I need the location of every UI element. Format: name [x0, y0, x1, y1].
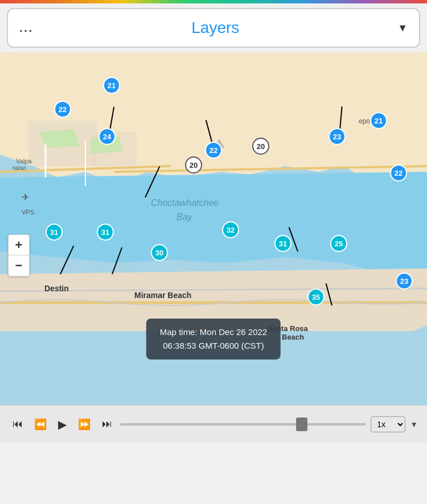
svg-text:✈: ✈	[22, 192, 29, 202]
svg-text:Destin: Destin	[44, 284, 69, 293]
marker-23-bottom: 23	[396, 272, 413, 290]
svg-text:Choctawhatchee: Choctawhatchee	[151, 198, 219, 208]
fast-forward-button[interactable]: ⏩	[75, 416, 94, 433]
chevron-down-icon[interactable]: ▼	[397, 22, 408, 34]
map-time-line2: 06:38:53 GMT-0600 (CST)	[160, 339, 267, 353]
svg-text:Bay: Bay	[176, 212, 193, 222]
marker-31-destin-left: 31	[46, 224, 63, 241]
marker-25: 25	[330, 235, 347, 252]
header-title: Layers	[191, 19, 239, 37]
marker-23-top: 23	[329, 128, 346, 145]
playback-controls: ⏮ ⏪ ▶ ⏩ ⏭ 1x 2x 0.5x ▼	[0, 405, 427, 443]
marker-21-right: 21	[370, 112, 387, 129]
marker-22-farright: 22	[390, 164, 407, 181]
map-time-display: Map time: Mon Dec 26 2022 06:38:53 GMT-0…	[146, 319, 281, 360]
marker-24: 24	[98, 128, 116, 145]
header-dots: ...	[19, 20, 33, 35]
marker-32: 32	[222, 221, 239, 238]
route-shield-20-left: 20	[185, 156, 202, 173]
speed-select[interactable]: 1x 2x 0.5x	[371, 416, 405, 432]
marker-35: 35	[307, 288, 325, 305]
play-button[interactable]: ▶	[55, 415, 70, 433]
zoom-in-button[interactable]: +	[9, 235, 29, 255]
marker-31-destin-right: 31	[97, 224, 114, 241]
map-time-line1: Map time: Mon Dec 26 2022	[160, 325, 267, 339]
marker-31-mid: 31	[274, 235, 291, 252]
map-container: Choctawhatchee Bay Valpa raiso VPS Desti…	[0, 52, 427, 405]
svg-text:Valpa: Valpa	[16, 158, 32, 164]
route-shield-20-right: 20	[252, 138, 269, 155]
svg-text:Beach: Beach	[282, 333, 304, 341]
layers-header: ... Layers ▼	[7, 8, 420, 48]
svg-text:Miramar Beach: Miramar Beach	[134, 291, 191, 300]
skip-forward-button[interactable]: ⏭	[98, 416, 116, 432]
svg-text:raiso: raiso	[13, 164, 26, 171]
marker-21-top: 21	[103, 77, 120, 94]
marker-22-valp: 22	[54, 101, 71, 118]
rainbow-bar	[0, 0, 427, 3]
chevron-speed-icon: ▼	[410, 420, 418, 429]
zoom-out-button[interactable]: −	[9, 255, 29, 276]
zoom-controls: + −	[8, 234, 30, 276]
marker-22-center: 22	[205, 142, 222, 159]
marker-30: 30	[151, 244, 168, 261]
skip-back-button[interactable]: ⏮	[9, 416, 26, 432]
svg-text:VPS: VPS	[22, 209, 34, 216]
rewind-button[interactable]: ⏪	[31, 416, 50, 433]
playback-slider[interactable]	[120, 423, 366, 425]
